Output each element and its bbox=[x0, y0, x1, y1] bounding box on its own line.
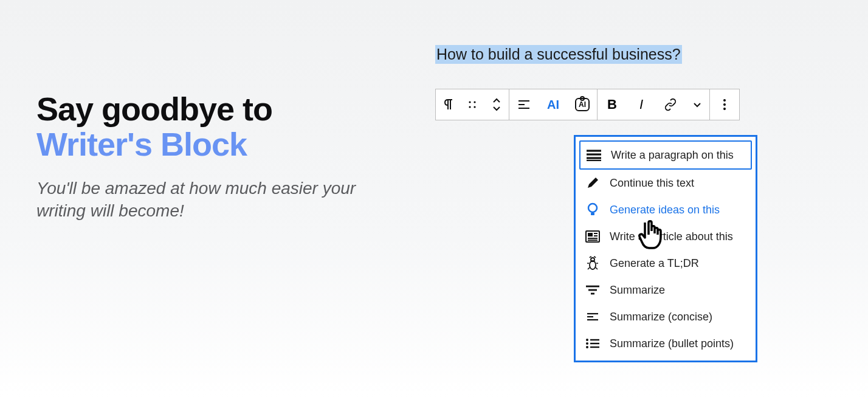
svg-point-1 bbox=[474, 101, 475, 103]
pencil-icon bbox=[584, 176, 601, 190]
svg-point-30 bbox=[586, 339, 588, 341]
ai-panel-button[interactable]: AI bbox=[568, 89, 597, 120]
pilcrow-icon[interactable] bbox=[436, 89, 460, 120]
more-format-dropdown[interactable] bbox=[685, 89, 709, 120]
link-button[interactable] bbox=[656, 89, 685, 120]
svg-point-0 bbox=[469, 101, 470, 103]
menu-item-continue-text[interactable]: Continue this text bbox=[579, 170, 752, 196]
editor-toolbar: AI AI B I bbox=[435, 89, 740, 120]
menu-item-label: Generate a TL;DR bbox=[610, 257, 699, 270]
menu-item-write-paragraph[interactable]: Write a paragraph on this bbox=[579, 140, 752, 170]
ai-assist-button[interactable]: AI bbox=[539, 89, 568, 120]
italic-button[interactable]: I bbox=[627, 89, 656, 120]
menu-item-label: Summarize bbox=[610, 284, 665, 297]
menu-item-label: Summarize (concise) bbox=[610, 311, 712, 323]
svg-point-9 bbox=[723, 108, 726, 110]
menu-item-summarize[interactable]: Summarize bbox=[579, 277, 752, 303]
bold-button[interactable]: B bbox=[598, 89, 627, 120]
bold-icon: B bbox=[607, 97, 617, 112]
align-left-icon[interactable] bbox=[509, 89, 539, 120]
hero-headline-1: Say goodbye to bbox=[36, 91, 377, 127]
hero-headline-2: Writer's Block bbox=[36, 125, 377, 164]
kebab-icon bbox=[723, 98, 726, 111]
menu-item-label: Write a paragraph on this bbox=[611, 149, 734, 162]
ai-box-icon: AI bbox=[575, 98, 590, 111]
bug-icon bbox=[584, 256, 601, 271]
menu-item-label: Generate ideas on this bbox=[610, 204, 720, 216]
filter-lines-icon bbox=[584, 283, 601, 297]
svg-point-23 bbox=[591, 258, 594, 261]
bullet-list-icon bbox=[584, 336, 601, 351]
svg-point-22 bbox=[590, 261, 596, 269]
paragraph-lines-icon bbox=[585, 148, 602, 162]
hero-subtitle: You'll be amazed at how much easier your… bbox=[36, 178, 377, 222]
svg-point-34 bbox=[586, 346, 588, 348]
svg-point-7 bbox=[723, 99, 726, 102]
drag-handle-icon[interactable] bbox=[460, 89, 484, 120]
svg-rect-15 bbox=[591, 213, 594, 215]
chevron-down-icon bbox=[693, 102, 701, 108]
svg-point-14 bbox=[588, 204, 597, 212]
link-icon bbox=[664, 98, 677, 111]
newspaper-icon bbox=[584, 229, 601, 244]
short-lines-icon bbox=[584, 309, 601, 324]
ai-text-icon: AI bbox=[547, 98, 559, 112]
svg-point-32 bbox=[586, 342, 588, 345]
menu-item-summarize-concise[interactable]: Summarize (concise) bbox=[579, 303, 752, 330]
hero-copy: Say goodbye to Writer's Block You'll be … bbox=[36, 91, 377, 222]
svg-point-2 bbox=[469, 106, 470, 108]
pointer-cursor-icon bbox=[635, 218, 670, 253]
menu-item-label: Summarize (bullet points) bbox=[610, 337, 734, 350]
menu-item-label: Write an article about this bbox=[610, 230, 733, 243]
italic-icon: I bbox=[639, 97, 643, 112]
document-title[interactable]: How to build a successful business? bbox=[435, 45, 682, 64]
svg-rect-17 bbox=[588, 233, 593, 236]
menu-item-generate-tldr[interactable]: Generate a TL;DR bbox=[579, 250, 752, 277]
menu-item-label: Continue this text bbox=[610, 177, 694, 190]
overflow-menu-button[interactable] bbox=[710, 89, 739, 120]
svg-point-8 bbox=[723, 103, 726, 106]
editor-title-row: How to build a successful business? bbox=[435, 45, 682, 64]
menu-item-summarize-bullets[interactable]: Summarize (bullet points) bbox=[579, 330, 752, 357]
svg-point-3 bbox=[474, 106, 475, 108]
move-up-down-icon[interactable] bbox=[484, 89, 509, 120]
lightbulb-icon bbox=[584, 202, 601, 217]
